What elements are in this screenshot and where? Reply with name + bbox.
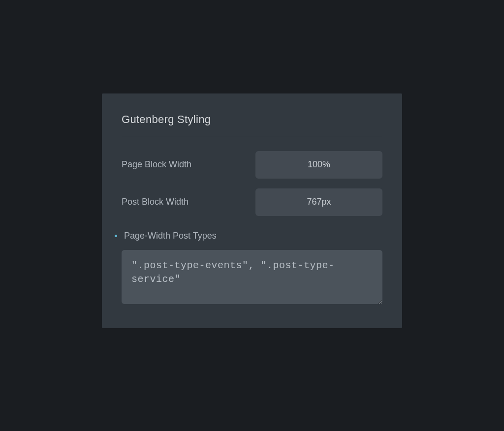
page-block-width-input[interactable] [255, 151, 382, 179]
panel-title: Gutenberg Styling [122, 113, 382, 126]
divider [122, 137, 382, 137]
textarea-label-row: Page-Width Post Types [115, 231, 382, 241]
post-block-width-input[interactable] [255, 188, 382, 216]
page-width-post-types-label: Page-Width Post Types [124, 231, 217, 241]
post-block-width-label: Post Block Width [122, 197, 189, 207]
bullet-icon [115, 235, 117, 237]
page-width-post-types-section: Page-Width Post Types ".post-type-events… [122, 231, 382, 306]
page-block-width-label: Page Block Width [122, 159, 191, 170]
page-block-width-row: Page Block Width [122, 151, 382, 179]
post-block-width-row: Post Block Width [122, 188, 382, 216]
settings-panel: Gutenberg Styling Page Block Width Post … [102, 93, 402, 328]
page-width-post-types-textarea[interactable]: ".post-type-events", ".post-type-service… [122, 250, 382, 304]
